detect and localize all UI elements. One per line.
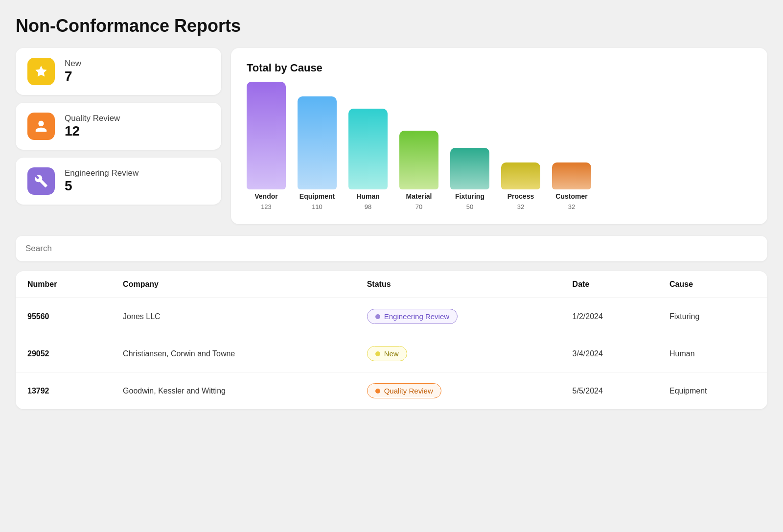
table-row[interactable]: 95560Jones LLCEngineering Review1/2/2024… — [16, 298, 767, 335]
bar-count-material: 70 — [415, 203, 422, 210]
cell-number: 95560 — [16, 298, 111, 335]
bar-label-material: Material — [406, 192, 432, 200]
cell-company: Goodwin, Kessler and Witting — [111, 372, 355, 410]
stat-label-quality-review: Quality Review — [65, 114, 120, 123]
status-label: Engineering Review — [384, 312, 449, 321]
bar-label-human: Human — [356, 192, 379, 200]
bar-group-material: Material 70 — [399, 131, 438, 210]
bar-label-equipment: Equipment — [299, 192, 335, 200]
search-section — [16, 236, 767, 261]
bar-label-process: Process — [507, 192, 534, 200]
table-row[interactable]: 13792Goodwin, Kessler and WittingQuality… — [16, 372, 767, 410]
cell-status: Engineering Review — [355, 298, 561, 335]
table-card: Number Company Status Date Cause 95560Jo… — [16, 271, 767, 409]
cell-cause: Equipment — [658, 372, 767, 410]
bar-count-process: 32 — [517, 203, 524, 210]
bar-group-vendor: Vendor 123 — [247, 82, 286, 210]
bar-customer — [552, 162, 591, 189]
cell-date: 1/2/2024 — [561, 298, 658, 335]
cell-company: Jones LLC — [111, 298, 355, 335]
col-status: Status — [355, 271, 561, 298]
stat-icon-quality-review — [27, 113, 55, 140]
status-label: New — [384, 349, 399, 358]
bar-group-human: Human 98 — [348, 109, 388, 210]
top-section: New 7 Quality Review 12 — [16, 48, 767, 224]
stat-card-new[interactable]: New 7 — [16, 48, 221, 95]
stat-info-new: New 7 — [65, 59, 81, 84]
cell-cause: Fixturing — [658, 298, 767, 335]
col-number: Number — [16, 271, 111, 298]
cell-company: Christiansen, Corwin and Towne — [111, 335, 355, 372]
bar-group-customer: Customer 32 — [552, 162, 591, 210]
stat-value-engineering-review: 5 — [65, 178, 138, 194]
stat-card-engineering-review[interactable]: Engineering Review 5 — [16, 158, 221, 205]
bar-label-customer: Customer — [555, 192, 587, 200]
bar-count-vendor: 123 — [261, 203, 272, 210]
status-badge: Quality Review — [367, 383, 441, 398]
bar-count-customer: 32 — [568, 203, 575, 210]
stat-info-engineering-review: Engineering Review 5 — [65, 168, 138, 194]
cell-cause: Human — [658, 335, 767, 372]
stat-card-quality-review[interactable]: Quality Review 12 — [16, 103, 221, 150]
cell-date: 5/5/2024 — [561, 372, 658, 410]
cell-status: Quality Review — [355, 372, 561, 410]
status-dot — [375, 389, 380, 393]
table-row[interactable]: 29052Christiansen, Corwin and TowneNew3/… — [16, 335, 767, 372]
bar-fixturing — [450, 148, 489, 189]
col-cause: Cause — [658, 271, 767, 298]
search-input[interactable] — [25, 244, 758, 254]
stat-icon-engineering-review — [27, 167, 55, 195]
col-company: Company — [111, 271, 355, 298]
cell-number: 13792 — [16, 372, 111, 410]
stat-label-new: New — [65, 59, 81, 69]
bar-label-fixturing: Fixturing — [455, 192, 484, 200]
bar-count-equipment: 110 — [312, 203, 322, 210]
stat-info-quality-review: Quality Review 12 — [65, 114, 120, 139]
chart-title: Total by Cause — [247, 62, 752, 74]
stat-value-quality-review: 12 — [65, 123, 120, 139]
bar-count-human: 98 — [365, 203, 371, 210]
stat-cards: New 7 Quality Review 12 — [16, 48, 221, 224]
stat-value-new: 7 — [65, 69, 81, 84]
status-badge: New — [367, 346, 407, 361]
stat-label-engineering-review: Engineering Review — [65, 168, 138, 178]
status-badge: Engineering Review — [367, 309, 458, 324]
bar-group-fixturing: Fixturing 50 — [450, 148, 489, 210]
cell-number: 29052 — [16, 335, 111, 372]
bar-equipment — [298, 96, 337, 189]
status-dot — [375, 351, 380, 356]
chart-card: Total by Cause — [231, 48, 767, 224]
bar-group-process: Process 32 — [501, 162, 540, 210]
cell-date: 3/4/2024 — [561, 335, 658, 372]
cell-status: New — [355, 335, 561, 372]
status-dot — [375, 314, 380, 319]
bar-process — [501, 162, 540, 189]
status-label: Quality Review — [384, 387, 433, 395]
page-title: Non-Conformance Reports — [16, 16, 767, 36]
col-date: Date — [561, 271, 658, 298]
bar-chart: Vendor 123 Equipment 110 Human 98 Materi… — [247, 93, 752, 210]
bar-group-equipment: Equipment 110 — [298, 96, 337, 210]
bar-count-fixturing: 50 — [466, 203, 473, 210]
table-header-row: Number Company Status Date Cause — [16, 271, 767, 298]
bar-material — [399, 131, 438, 189]
bar-vendor — [247, 82, 286, 189]
reports-table: Number Company Status Date Cause 95560Jo… — [16, 271, 767, 409]
stat-icon-new — [27, 58, 55, 85]
bar-human — [348, 109, 388, 189]
bar-label-vendor: Vendor — [254, 192, 277, 200]
